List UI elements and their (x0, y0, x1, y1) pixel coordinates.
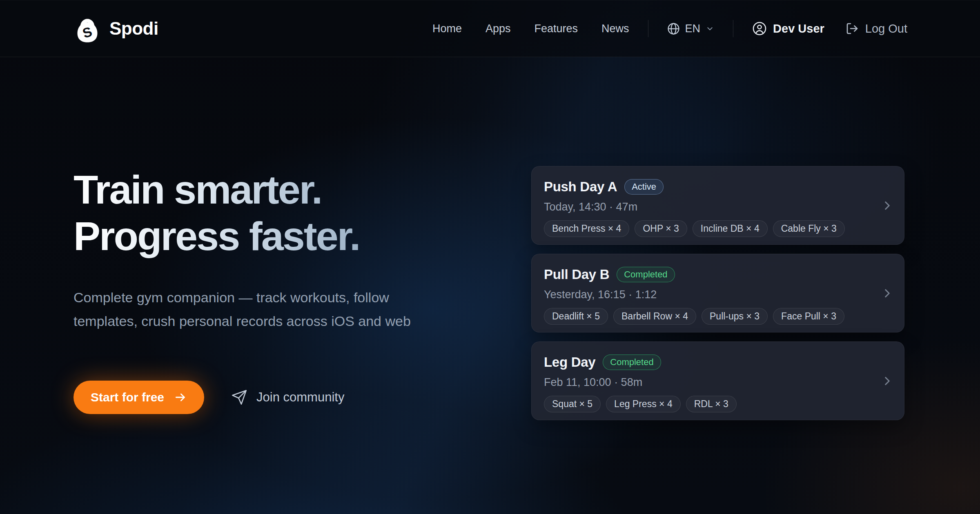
chevron-right-icon[interactable] (880, 199, 894, 213)
kettlebell-icon: S (73, 14, 102, 43)
chevron-right-icon[interactable] (880, 374, 894, 388)
exercise-tag: Squat × 5 (544, 396, 601, 412)
workout-card[interactable]: Leg Day Completed Feb 11, 10:00 · 58m Sq… (531, 341, 904, 420)
status-badge: Completed (603, 354, 661, 370)
workout-card-header: Push Day A Active (544, 179, 892, 195)
brand-logo[interactable]: S Spodi (73, 14, 158, 43)
exercise-tags: Squat × 5Leg Press × 4RDL × 3 (544, 396, 892, 412)
workout-card-list: Push Day A Active Today, 14:30 · 47m Ben… (0, 0, 980, 514)
exercise-tag: Bench Press × 4 (544, 220, 629, 237)
workout-card-header: Leg Day Completed (544, 354, 892, 370)
exercise-tag: OHP × 3 (635, 220, 687, 237)
language-selector[interactable]: EN (667, 22, 715, 35)
log-out-icon (846, 22, 859, 35)
globe-icon (667, 22, 680, 35)
exercise-tag: Deadlift × 5 (544, 308, 608, 325)
workout-meta: Feb 11, 10:00 · 58m (544, 375, 892, 389)
exercise-tag: RDL × 3 (686, 396, 737, 412)
exercise-tag: Face Pull × 3 (773, 308, 844, 325)
brand-name: Spodi (109, 18, 158, 39)
chevron-right-icon[interactable] (880, 286, 894, 300)
nav-divider (648, 20, 648, 37)
workout-card-header: Pull Day B Completed (544, 266, 892, 283)
user-menu[interactable]: Dev User (752, 21, 824, 36)
workout-meta: Today, 14:30 · 47m (544, 200, 892, 214)
exercise-tags: Deadlift × 5Barbell Row × 4Pull-ups × 3F… (544, 308, 892, 325)
exercise-tag: Pull-ups × 3 (702, 308, 768, 325)
chevron-down-icon (706, 24, 714, 33)
nav-divider (733, 20, 733, 37)
workout-meta: Yesterday, 16:15 · 1:12 (544, 288, 892, 301)
status-badge: Completed (617, 267, 675, 282)
user-name: Dev User (773, 22, 824, 35)
nav-link-news[interactable]: News (601, 22, 629, 35)
workout-title: Leg Day (544, 354, 595, 370)
top-navbar: S Spodi HomeAppsFeaturesNews EN Dev User (0, 0, 980, 57)
nav-link-apps[interactable]: Apps (486, 22, 511, 35)
logout-button[interactable]: Log Out (846, 22, 907, 35)
workout-title: Push Day A (544, 179, 617, 195)
status-badge: Active (624, 179, 664, 195)
workout-card[interactable]: Push Day A Active Today, 14:30 · 47m Ben… (531, 166, 904, 245)
workout-card[interactable]: Pull Day B Completed Yesterday, 16:15 · … (531, 254, 904, 332)
exercise-tags: Bench Press × 4OHP × 3Incline DB × 4Cabl… (544, 220, 892, 237)
workout-title: Pull Day B (544, 267, 609, 282)
user-circle-icon (752, 21, 767, 36)
exercise-tag: Leg Press × 4 (606, 396, 681, 412)
exercise-tag: Incline DB × 4 (693, 220, 768, 237)
exercise-tag: Cable Fly × 3 (773, 220, 845, 237)
logout-label: Log Out (865, 22, 907, 35)
exercise-tag: Barbell Row × 4 (613, 308, 696, 325)
nav-links: HomeAppsFeaturesNews (432, 22, 629, 35)
language-code: EN (685, 22, 701, 35)
nav-link-home[interactable]: Home (432, 22, 462, 35)
nav-link-features[interactable]: Features (534, 22, 578, 35)
